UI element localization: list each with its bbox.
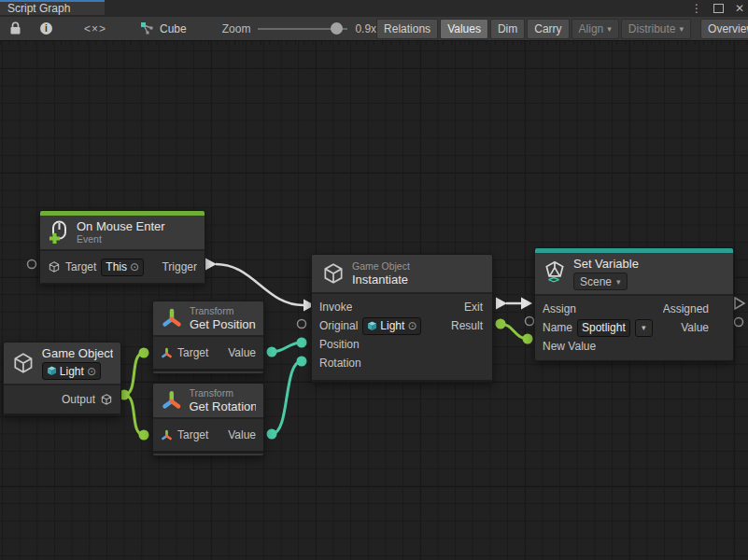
relations-button[interactable]: Relations xyxy=(376,19,438,39)
zoom-slider-knob[interactable] xyxy=(331,22,343,35)
zoom-control: Zoom 0.9x xyxy=(222,22,376,35)
distribute-button[interactable]: Distribute ▾ xyxy=(621,19,691,39)
port-trigger-out[interactable] xyxy=(205,259,217,271)
node-footer xyxy=(153,451,263,456)
window-controls: ⋮ ✕ xyxy=(691,0,744,17)
node-on-mouse-enter[interactable]: On Mouse Enter Event Target This ⊙ Trigg… xyxy=(39,210,205,285)
overview-button[interactable]: Overview xyxy=(700,19,748,39)
node-set-variable[interactable]: <> Set Variable Scene ▾ Assign Assigned … xyxy=(534,247,734,361)
lock-button[interactable] xyxy=(0,17,31,41)
node-header: <> Set Variable Scene ▾ xyxy=(535,253,733,296)
info-icon: i xyxy=(40,22,52,35)
node-header: Transform Get Rotation xyxy=(153,384,263,419)
node-category: Game Object xyxy=(352,260,410,273)
object-picker-icon[interactable]: ⊙ xyxy=(87,366,96,377)
object-value-field[interactable]: Light ⊙ xyxy=(42,362,101,380)
original-value-field[interactable]: Light ⊙ xyxy=(362,317,421,335)
node-body: Assign Assigned Name Spotlight ▾ Value N… xyxy=(535,296,733,361)
zoom-label: Zoom xyxy=(222,22,251,35)
port-assign-in[interactable] xyxy=(521,298,532,310)
node-get-position[interactable]: Transform Get Position Target Value xyxy=(152,301,264,374)
port-newvalue-in[interactable] xyxy=(523,334,533,344)
name-label: Name xyxy=(543,321,572,334)
node-body: Output xyxy=(4,385,120,413)
close-icon[interactable]: ✕ xyxy=(735,2,744,15)
variable-name-dropdown[interactable]: ▾ xyxy=(635,319,653,337)
code-view-button[interactable]: <×> xyxy=(62,17,129,41)
zoom-slider[interactable] xyxy=(258,22,347,35)
wire-output-to-getrotation-target xyxy=(124,395,144,435)
tab-script-graph[interactable]: Script Graph xyxy=(0,0,105,15)
new-value-label: New Value xyxy=(543,340,596,353)
transform-icon xyxy=(161,389,183,412)
port-original-in[interactable] xyxy=(298,320,306,329)
node-category: Transform xyxy=(190,387,257,399)
node-game-object-literal[interactable]: Game Object Light ⊙ Output xyxy=(3,342,121,416)
node-footer xyxy=(312,380,492,383)
port-position-in[interactable] xyxy=(297,338,307,348)
port-getposition-value-out[interactable] xyxy=(267,347,277,357)
node-header: On Mouse Enter Event xyxy=(40,216,205,251)
port-getposition-target-in[interactable] xyxy=(139,348,149,358)
target-value-field[interactable]: This ⊙ xyxy=(101,259,144,276)
target-label: Target xyxy=(177,428,208,441)
code-brackets-icon: <> xyxy=(548,273,558,286)
wire-getrotation-value-to-rotation xyxy=(272,361,302,434)
port-assigned-out[interactable] xyxy=(735,298,744,309)
window-menu-icon[interactable]: ⋮ xyxy=(691,2,702,15)
graph-name: Cube xyxy=(160,22,187,35)
value-label: Value xyxy=(228,428,256,441)
assigned-label: Assigned xyxy=(663,302,709,315)
port-onmouseenter-target-in[interactable] xyxy=(28,260,36,269)
value-label: Value xyxy=(228,346,256,359)
node-get-rotation[interactable]: Transform Get Rotation Target Value xyxy=(152,383,264,456)
result-label: Result xyxy=(451,319,483,332)
target-label: Target xyxy=(177,346,208,359)
port-exit-out[interactable] xyxy=(496,298,507,310)
object-picker-icon[interactable]: ⊙ xyxy=(130,261,139,273)
node-title: Get Rotation xyxy=(190,399,257,413)
port-getrotation-target-in[interactable] xyxy=(139,430,149,441)
node-footer xyxy=(153,369,263,374)
transform-icon xyxy=(161,307,183,329)
wire-output-to-getposition-target xyxy=(124,353,144,395)
align-button[interactable]: Align ▾ xyxy=(572,19,619,39)
port-rotation-in[interactable] xyxy=(297,357,307,367)
variable-scope-dropdown[interactable]: Scene ▾ xyxy=(573,273,628,290)
node-instantiate[interactable]: Game Object Instantiate Invoke Exit Orig… xyxy=(311,254,493,383)
port-result-out[interactable] xyxy=(496,319,506,329)
node-subtitle: Event xyxy=(77,233,165,245)
object-picker-icon[interactable]: ⊙ xyxy=(407,320,416,331)
node-title: Instantiate xyxy=(352,273,410,287)
node-header: Transform Get Position xyxy=(153,301,263,337)
port-name-in[interactable] xyxy=(526,317,534,326)
port-value-out[interactable] xyxy=(735,318,743,327)
trigger-label: Trigger xyxy=(162,260,197,273)
exit-label: Exit xyxy=(464,301,483,314)
transform-icon xyxy=(161,429,173,441)
port-getrotation-value-out[interactable] xyxy=(267,429,277,440)
inspect-button[interactable]: i xyxy=(31,17,62,41)
chevron-down-icon: ▾ xyxy=(642,323,646,332)
original-label: Original xyxy=(319,319,358,332)
graph-canvas[interactable]: On Mouse Enter Event Target This ⊙ Trigg… xyxy=(0,41,748,560)
game-object-icon xyxy=(48,260,61,273)
dim-button[interactable]: Dim xyxy=(490,19,525,39)
tab-bar: Script Graph ⋮ ✕ xyxy=(0,0,748,18)
values-button[interactable]: Values xyxy=(440,19,488,39)
carry-button[interactable]: Carry xyxy=(527,19,569,39)
canvas-ruler-ticks xyxy=(0,41,748,45)
rotation-label: Rotation xyxy=(319,357,361,370)
node-title: Get Position xyxy=(190,317,256,331)
game-object-mini-icon xyxy=(367,321,377,331)
chevron-down-icon: ▾ xyxy=(680,24,684,34)
mouse-event-icon xyxy=(48,220,70,245)
target-label: Target xyxy=(65,260,96,273)
toolbar-buttons: Relations Values Dim Carry Align ▾ Distr… xyxy=(376,19,748,39)
invoke-label: Invoke xyxy=(319,301,352,314)
node-title: On Mouse Enter xyxy=(77,219,165,233)
maximize-icon[interactable] xyxy=(713,4,724,13)
graph-toolbar: i <×> Cube Zoom 0.9x Relat xyxy=(0,17,748,41)
variable-name-field[interactable]: Spotlight xyxy=(577,319,630,337)
graph-breadcrumb[interactable]: Cube xyxy=(129,21,198,35)
